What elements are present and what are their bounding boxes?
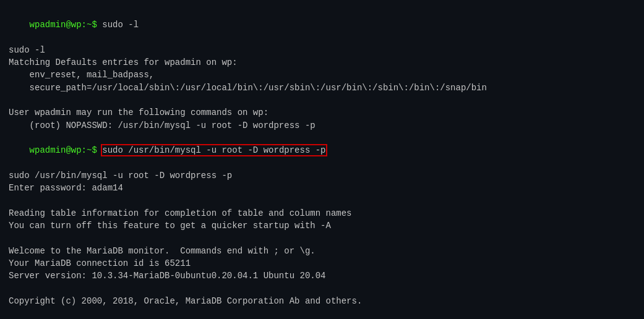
output-4: env_reset, mail_badpass,: [9, 70, 154, 80]
terminal-line-4: env_reset, mail_badpass,: [9, 69, 635, 81]
terminal-line-16: Welcome to the MariaDB monitor. Commands…: [9, 245, 635, 257]
terminal-line-1: wpadmin@wp:~$ sudo -l: [9, 6, 635, 44]
terminal-line-7: User wpadmin may run the following comma…: [9, 106, 635, 119]
cmd-9-highlighted: sudo /usr/bin/mysql -u root -D wordpress…: [102, 145, 325, 155]
cmd-1: sudo -l: [102, 20, 139, 30]
output-17: Your MariaDB connection id is 65211: [9, 258, 191, 268]
output-11: Enter password: adam14: [9, 183, 123, 193]
output-5: secure_path=/usr/local/sbin\:/usr/local/…: [9, 83, 487, 93]
prompt-1: wpadmin@wp:~$: [30, 20, 103, 30]
terminal-line-13: Reading table information for completion…: [9, 207, 635, 219]
blank-5: [9, 307, 635, 319]
blank-3: [9, 232, 635, 244]
output-14: You can turn off this feature to get a q…: [9, 221, 331, 231]
output-20: Copyright (c) 2000, 2018, Oracle, MariaD…: [9, 296, 362, 306]
output-7: User wpadmin may run the following comma…: [9, 108, 268, 117]
terminal-line-3: Matching Defaults entries for wpadmin on…: [9, 56, 635, 69]
prompt-9: wpadmin@wp:~$: [30, 145, 103, 155]
terminal-line-20: Copyright (c) 2000, 2018, Oracle, MariaD…: [9, 295, 635, 307]
blank-4: [9, 283, 635, 295]
terminal-line-5: secure_path=/usr/local/sbin\:/usr/local/…: [9, 82, 635, 94]
terminal-line-10: sudo /usr/bin/mysql -u root -D wordpress…: [9, 169, 635, 182]
terminal-line-14: You can turn off this feature to get a q…: [9, 219, 635, 232]
terminal-line-2: sudo -l: [9, 44, 635, 56]
blank-1: [9, 94, 635, 106]
output-8: (root) NOPASSWD: /usr/bin/mysql -u root …: [9, 121, 316, 130]
output-13: Reading table information for completion…: [9, 208, 352, 218]
terminal-line-17: Your MariaDB connection id is 65211: [9, 257, 635, 270]
terminal-window: wpadmin@wp:~$ sudo -l sudo -l Matching D…: [0, 0, 644, 319]
blank-2: [9, 194, 635, 206]
terminal-line-18: Server version: 10.3.34-MariaDB-0ubuntu0…: [9, 270, 635, 282]
output-3: Matching Defaults entries for wpadmin on…: [9, 57, 238, 67]
output-2: sudo -l: [9, 45, 45, 55]
output-18: Server version: 10.3.34-MariaDB-0ubuntu0…: [9, 271, 325, 281]
terminal-line-9: wpadmin@wp:~$ sudo /usr/bin/mysql -u roo…: [9, 132, 635, 169]
terminal-line-8: (root) NOPASSWD: /usr/bin/mysql -u root …: [9, 119, 635, 132]
terminal-line-11: Enter password: adam14: [9, 182, 635, 194]
output-16: Welcome to the MariaDB monitor. Commands…: [9, 246, 316, 256]
output-10: sudo /usr/bin/mysql -u root -D wordpress…: [9, 171, 232, 181]
